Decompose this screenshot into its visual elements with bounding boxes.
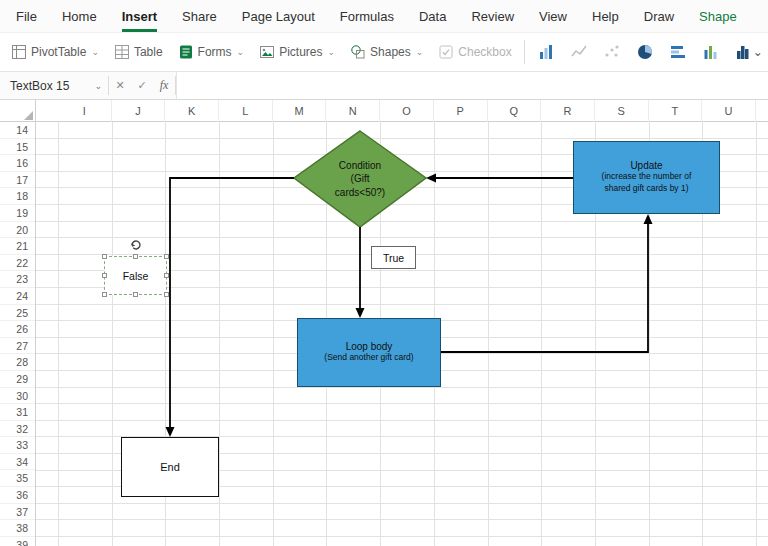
false-textbox[interactable]: False (104, 256, 167, 295)
menu-page-layout[interactable]: Page Layout (242, 0, 315, 32)
resize-handle-s[interactable] (133, 292, 138, 297)
resize-handle-ne[interactable] (164, 254, 169, 259)
row-header-36[interactable]: 36 (0, 487, 35, 504)
enter-button[interactable]: ✓ (131, 72, 153, 99)
column-header-K[interactable]: K (165, 100, 219, 122)
row-header-27[interactable]: 27 (0, 338, 35, 355)
menu-share[interactable]: Share (182, 0, 217, 32)
column-header-U[interactable]: U (702, 100, 756, 122)
column-header-I[interactable]: I (58, 100, 112, 122)
checkbox-icon (438, 44, 454, 60)
row-header-30[interactable]: 30 (0, 388, 35, 405)
pictures-icon (259, 44, 275, 60)
row-header-14[interactable]: 14 (0, 122, 35, 139)
row-header-26[interactable]: 26 (0, 321, 35, 338)
true-label-box[interactable]: True (371, 246, 416, 269)
row-header-19[interactable]: 19 (0, 205, 35, 222)
pivottable-button[interactable]: PivotTable ⌄ (8, 40, 102, 64)
end-shape[interactable]: End (121, 437, 219, 497)
menu-file[interactable]: File (16, 0, 37, 32)
cancel-button[interactable]: ✕ (109, 72, 131, 99)
row-header-35[interactable]: 35 (0, 470, 35, 487)
pictures-button[interactable]: Pictures ⌄ (256, 40, 338, 64)
row-header-37[interactable]: 37 (0, 504, 35, 521)
menu-formulas[interactable]: Formulas (340, 0, 394, 32)
scatter-chart-button[interactable] (600, 40, 624, 64)
resize-handle-se[interactable] (164, 292, 169, 297)
menu-shape[interactable]: Shape (699, 0, 737, 32)
menu-draw[interactable]: Draw (644, 0, 674, 32)
row-header-16[interactable]: 16 (0, 155, 35, 172)
column-chart-button[interactable] (534, 40, 558, 64)
menu-data[interactable]: Data (419, 0, 446, 32)
menu-home[interactable]: Home (62, 0, 97, 32)
resize-handle-n[interactable] (133, 254, 138, 259)
resize-handle-e[interactable] (164, 273, 169, 278)
column-header-P[interactable]: P (434, 100, 488, 122)
row-header-21[interactable]: 21 (0, 238, 35, 255)
row-header-39[interactable]: 39 (0, 537, 35, 546)
excel-window: File Home Insert Share Page Layout Formu… (0, 0, 768, 546)
condition-line2: (Gift (351, 172, 370, 186)
name-box[interactable]: TextBox 15 ⌄ (0, 72, 108, 99)
row-header-15[interactable]: 15 (0, 139, 35, 156)
row-header-24[interactable]: 24 (0, 288, 35, 305)
bar-chart-button[interactable] (666, 40, 690, 64)
pie-chart-icon (636, 43, 654, 61)
column-header-N[interactable]: N (326, 100, 380, 122)
row-header-29[interactable]: 29 (0, 371, 35, 388)
column-header-S[interactable]: S (595, 100, 649, 122)
rotate-handle[interactable] (129, 238, 143, 252)
update-shape[interactable]: Update (increase the number of shared gi… (573, 141, 720, 214)
loop-body-line2: (Send another gift card) (324, 352, 413, 364)
loop-body-shape[interactable]: Loop body (Send another gift card) (297, 318, 441, 387)
row-header-28[interactable]: 28 (0, 354, 35, 371)
rotate-icon (129, 238, 143, 252)
column-header-Q[interactable]: Q (488, 100, 542, 122)
row-header-20[interactable]: 20 (0, 222, 35, 239)
column-header-O[interactable]: O (380, 100, 434, 122)
row-header-23[interactable]: 23 (0, 271, 35, 288)
resize-handle-sw[interactable] (102, 292, 107, 297)
select-all-corner[interactable] (0, 100, 36, 122)
sheet-grid[interactable]: IJKLMNOPQRSTU 14151617181920212223242526… (0, 100, 768, 546)
menu-view[interactable]: View (539, 0, 567, 32)
table-button[interactable]: Table (111, 40, 166, 64)
insert-function-button[interactable]: fx (153, 72, 175, 99)
formula-input[interactable] (176, 72, 768, 99)
menu-help[interactable]: Help (592, 0, 619, 32)
shapes-label: Shapes (370, 45, 411, 59)
shapes-button[interactable]: Shapes ⌄ (347, 40, 426, 64)
column-header-M[interactable]: M (273, 100, 327, 122)
row-header-18[interactable]: 18 (0, 188, 35, 205)
column-chart-2-button[interactable] (699, 40, 723, 64)
checkbox-button[interactable]: Checkbox (435, 40, 514, 64)
pie-chart-button[interactable] (633, 40, 657, 64)
pivottable-label: PivotTable (31, 45, 86, 59)
update-line2: (increase the number of (602, 171, 692, 183)
row-header-17[interactable]: 17 (0, 172, 35, 189)
histogram-chart-icon (735, 43, 753, 61)
menu-insert[interactable]: Insert (122, 0, 157, 32)
condition-shape-text: Condition (Gift cards<50?) (294, 131, 426, 227)
forms-button[interactable]: Forms ⌄ (175, 40, 248, 64)
row-header-33[interactable]: 33 (0, 437, 35, 454)
resize-handle-w[interactable] (102, 273, 107, 278)
column-header-R[interactable]: R (541, 100, 595, 122)
line-chart-button[interactable] (567, 40, 591, 64)
row-header-34[interactable]: 34 (0, 454, 35, 471)
chevron-down-icon: ⌄ (328, 47, 336, 57)
histogram-chart-button[interactable]: ⌄ (732, 40, 766, 64)
row-header-32[interactable]: 32 (0, 421, 35, 438)
column-headers: IJKLMNOPQRSTU (58, 100, 756, 122)
column-header-L[interactable]: L (219, 100, 273, 122)
row-header-25[interactable]: 25 (0, 305, 35, 322)
column-header-J[interactable]: J (112, 100, 166, 122)
row-header-22[interactable]: 22 (0, 255, 35, 272)
resize-handle-nw[interactable] (102, 254, 107, 259)
row-header-38[interactable]: 38 (0, 520, 35, 537)
column-header-T[interactable]: T (649, 100, 703, 122)
row-header-31[interactable]: 31 (0, 404, 35, 421)
menu-review[interactable]: Review (471, 0, 514, 32)
false-label: False (123, 270, 149, 282)
